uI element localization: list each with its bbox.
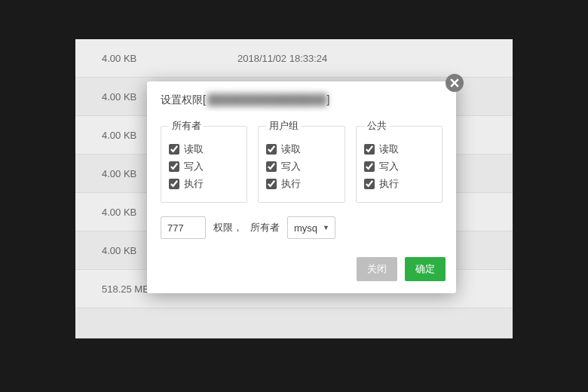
public-read-checkbox[interactable] — [364, 144, 375, 155]
owner-select[interactable]: mysq — [287, 216, 335, 239]
owner-read-checkbox[interactable] — [169, 144, 179, 155]
owner-label: 所有者 — [250, 221, 280, 234]
owner-write-checkbox[interactable] — [169, 161, 179, 172]
public-write-row[interactable]: 写入 — [364, 160, 434, 173]
owner-write-row[interactable]: 写入 — [169, 160, 239, 173]
owner-exec-label: 执行 — [184, 177, 204, 191]
group-read-label: 读取 — [281, 142, 301, 156]
group-exec-checkbox[interactable] — [266, 179, 277, 189]
group-read-checkbox[interactable] — [266, 144, 277, 155]
group-write-row[interactable]: 写入 — [266, 160, 336, 173]
public-write-checkbox[interactable] — [364, 161, 375, 172]
group-usergroup: 用户组 读取 写入 执行 — [258, 119, 345, 203]
permission-groups: 所有者 读取 写入 执行 用户组 — [161, 119, 443, 203]
public-exec-checkbox[interactable] — [364, 179, 375, 189]
permissions-dialog: 设置权限[████████████████] 所有者 读取 写入 执 — [147, 81, 456, 293]
public-exec-row[interactable]: 执行 — [364, 177, 434, 191]
cell-size: 4.00 KB — [75, 53, 237, 64]
group-exec-label: 执行 — [281, 177, 301, 191]
owner-exec-row[interactable]: 执行 — [169, 177, 239, 191]
close-button[interactable]: 关闭 — [357, 257, 397, 281]
owner-write-label: 写入 — [184, 160, 204, 173]
permission-input[interactable] — [161, 216, 206, 239]
close-icon[interactable] — [446, 74, 464, 92]
dialog-body: 所有者 读取 写入 执行 用户组 — [147, 112, 456, 250]
public-read-row[interactable]: 读取 — [364, 142, 434, 156]
permission-numeric-row: 权限， 所有者 mysq — [161, 216, 443, 239]
owner-read-label: 读取 — [184, 142, 204, 156]
group-read-row[interactable]: 读取 — [266, 142, 336, 156]
owner-exec-checkbox[interactable] — [169, 179, 179, 189]
dialog-footer: 关闭 确定 — [147, 250, 456, 293]
title-prefix: 设置权限[ — [161, 93, 206, 106]
owner-select-wrap: mysq — [287, 216, 335, 239]
group-write-checkbox[interactable] — [266, 161, 277, 172]
permission-label: 权限， — [213, 221, 243, 234]
group-public-label: 公共 — [364, 119, 390, 133]
group-usergroup-label: 用户组 — [266, 119, 302, 133]
table-row-empty — [75, 308, 513, 338]
group-public: 公共 读取 写入 执行 — [356, 119, 443, 203]
public-exec-label: 执行 — [379, 177, 399, 191]
group-exec-row[interactable]: 执行 — [266, 177, 336, 191]
group-owner-label: 所有者 — [169, 119, 204, 133]
public-write-label: 写入 — [379, 160, 399, 173]
ok-button[interactable]: 确定 — [405, 257, 446, 281]
title-path: ████████████████ — [207, 93, 327, 106]
owner-read-row[interactable]: 读取 — [169, 142, 239, 156]
group-owner: 所有者 读取 写入 执行 — [161, 119, 247, 203]
group-write-label: 写入 — [281, 160, 301, 173]
public-read-label: 读取 — [379, 142, 399, 156]
cell-date: 2018/11/02 18:33:24 — [237, 53, 327, 64]
dialog-title: 设置权限[████████████████] — [147, 81, 456, 112]
title-suffix: ] — [327, 93, 330, 106]
table-row: 4.00 KB 2018/11/02 18:33:24 — [75, 39, 513, 78]
